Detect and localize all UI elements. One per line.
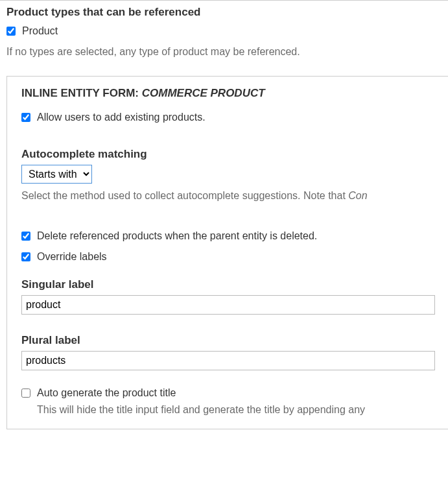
allow-existing-row: Allow users to add existing products. — [21, 112, 435, 123]
autogen-row: Auto generate the product title — [21, 387, 435, 399]
autocomplete-group: Autocomplete matching Starts with Select… — [21, 148, 435, 202]
product-types-heading: Product types that can be referenced — [6, 6, 442, 19]
override-labels-row: Override labels — [21, 251, 435, 263]
override-labels-checkbox[interactable] — [21, 252, 30, 261]
allow-existing-label: Allow users to add existing products. — [37, 112, 206, 123]
allow-existing-checkbox[interactable] — [21, 113, 30, 122]
product-checkbox-row: Product — [6, 25, 442, 37]
legend-entity: COMMERCE PRODUCT — [142, 87, 265, 99]
product-types-help: If no types are selected, any type of pr… — [6, 46, 442, 58]
product-checkbox-label: Product — [22, 25, 58, 37]
override-labels-label: Override labels — [37, 251, 107, 263]
singular-label-group: Singular label — [21, 278, 435, 315]
autogen-help: This will hide the title input field and… — [37, 404, 435, 416]
delete-referenced-row: Delete referenced products when the pare… — [21, 230, 435, 242]
product-checkbox[interactable] — [6, 27, 16, 36]
autocomplete-select[interactable]: Starts with — [21, 165, 92, 184]
singular-label: Singular label — [21, 278, 435, 291]
plural-label-input[interactable] — [21, 351, 435, 370]
plural-label: Plural label — [21, 334, 435, 347]
singular-label-input[interactable] — [21, 295, 435, 315]
plural-label-group: Plural label — [21, 334, 435, 370]
delete-referenced-label: Delete referenced products when the pare… — [37, 230, 317, 242]
inline-entity-form-fieldset: INLINE ENTITY FORM: COMMERCE PRODUCT All… — [6, 76, 448, 429]
autocomplete-desc-italic: Con — [348, 190, 367, 201]
autogen-checkbox[interactable] — [21, 389, 30, 398]
autocomplete-label: Autocomplete matching — [21, 148, 435, 161]
delete-referenced-checkbox[interactable] — [21, 232, 30, 241]
autocomplete-desc-text: Select the method used to collect autoco… — [21, 190, 348, 201]
autogen-label: Auto generate the product title — [37, 387, 176, 399]
product-types-section: Product types that can be referenced Pro… — [0, 0, 448, 69]
legend-prefix: INLINE ENTITY FORM: — [21, 87, 142, 99]
autocomplete-description: Select the method used to collect autoco… — [21, 190, 435, 202]
fieldset-legend: INLINE ENTITY FORM: COMMERCE PRODUCT — [21, 87, 435, 100]
